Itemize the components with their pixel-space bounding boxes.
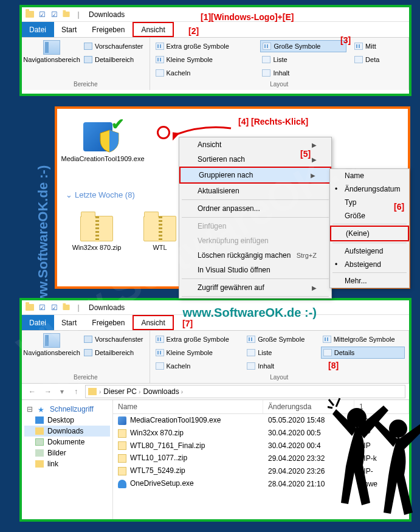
tab-file[interactable]: Datei: [22, 22, 54, 37]
ctx-sort[interactable]: Sortieren nach▶: [179, 152, 331, 167]
layout-icon: [156, 43, 164, 50]
tab-start[interactable]: Start: [54, 315, 84, 330]
chevron-right-icon: ›: [99, 389, 101, 395]
history-dropdown[interactable]: ▾: [57, 385, 67, 398]
tree-collapse-icon[interactable]: ⊟: [27, 405, 33, 413]
file-zip[interactable]: Win32xx 870.zip: [69, 210, 124, 251]
checkbox-icon[interactable]: ☑: [49, 302, 60, 313]
separator: [332, 272, 407, 273]
sub-desc[interactable]: Absteigend: [330, 258, 409, 271]
sub-date[interactable]: Änderungsdatum: [330, 182, 409, 196]
sub-size[interactable]: Größe: [330, 209, 409, 223]
layout-extra-large[interactable]: Extra große Symbole: [154, 40, 255, 52]
annotation-circle: [157, 126, 170, 139]
file-name: Win32xx 870.zip: [130, 429, 184, 437]
tab-view[interactable]: Ansicht: [133, 22, 173, 37]
ribbon: Navigationsbereich Vorschaufenster Detai…: [22, 331, 409, 383]
sub-asc[interactable]: Aufsteigend: [330, 244, 409, 258]
folder-icon: [24, 302, 35, 313]
layout-icon: [247, 362, 255, 370]
ctx-access[interactable]: Zugriff gewähren auf▶: [179, 280, 331, 295]
layout-content[interactable]: Inhalt: [260, 67, 346, 79]
tab-share[interactable]: Freigeben: [84, 22, 133, 37]
ribbon-group-layout: Extra große Symbole Große Symbole Mittel…: [150, 331, 410, 383]
ctx-visual-studio[interactable]: In Visual Studio öffnen: [179, 263, 331, 277]
navigation-pane-label: Navigationsbereich: [23, 56, 80, 63]
navigation-pane-icon: [43, 40, 60, 55]
separator: [182, 199, 329, 200]
checkbox-icon[interactable]: ☑: [36, 9, 47, 20]
ribbon: Navigationsbereich Vorschaufenster Detai…: [22, 38, 409, 90]
back-button[interactable]: ←: [26, 385, 39, 398]
sidebar-pictures[interactable]: Bilder: [24, 447, 110, 458]
sub-type[interactable]: Typ: [330, 196, 409, 209]
sidebar-link[interactable]: link: [24, 458, 110, 469]
detail-pane-button[interactable]: Detailbereich: [81, 347, 146, 359]
folder-icon: [35, 460, 44, 468]
detail-pane-button[interactable]: Detailbereich: [81, 54, 146, 66]
breadcrumb-segment[interactable]: Dieser PC›: [103, 387, 140, 396]
group-label-panes: Bereiche: [26, 374, 146, 381]
layout-medium[interactable]: Mittelgroße Symbole: [321, 333, 405, 345]
tab-view[interactable]: Ansicht: [133, 315, 173, 330]
sub-name[interactable]: Name: [330, 169, 409, 182]
panel-context-menu: ✔ MediaCreationTool1909.exe ⌄Letzte Woch…: [55, 106, 410, 289]
layout-content[interactable]: Inhalt: [245, 360, 314, 372]
tab-share[interactable]: Freigeben: [84, 315, 133, 330]
panel-top-explorer: ☑ ☑ | Downloads Datei Start Freigeben An…: [19, 5, 411, 96]
tab-file[interactable]: Datei: [22, 315, 54, 330]
layout-large[interactable]: Große Symbole: [260, 40, 346, 52]
layout-icon: [354, 56, 363, 63]
sub-more[interactable]: Mehr...: [330, 274, 409, 288]
checkbox-icon[interactable]: ☑: [49, 9, 60, 20]
folder-small-icon: [61, 9, 72, 20]
zip-icon: [118, 429, 126, 438]
tab-start[interactable]: Start: [54, 22, 84, 37]
file-row: Win32xx 870.zip WTL: [69, 210, 187, 251]
layout-details[interactable]: Details: [321, 347, 405, 359]
group-label-panes: Bereiche: [26, 81, 146, 88]
sidebar-downloads[interactable]: Downloads: [24, 426, 110, 437]
up-button[interactable]: ↑: [69, 385, 83, 398]
ctx-view[interactable]: Ansicht▶: [179, 137, 331, 152]
sidebar-desktop[interactable]: Desktop: [24, 415, 110, 426]
sidebar-documents[interactable]: Dokumente: [24, 437, 110, 447]
separator: [332, 243, 407, 243]
navigation-pane-button[interactable]: Navigationsbereich: [26, 40, 78, 66]
sidebar-quick-access[interactable]: ⊟★Schnellzugriff: [24, 404, 110, 415]
layout-list[interactable]: Liste: [245, 347, 314, 359]
chevron-right-icon: ▶: [312, 285, 317, 291]
chevron-down-icon: ⌄: [66, 190, 72, 199]
breadcrumb-segment[interactable]: Downloads›: [143, 387, 183, 396]
ctx-group-by[interactable]: Gruppieren nach▶: [179, 167, 331, 184]
document-icon: [35, 438, 44, 446]
ctx-refresh[interactable]: Aktualisieren: [179, 184, 331, 198]
checkbox-icon[interactable]: ☑: [36, 302, 47, 313]
layout-small[interactable]: Kleine Symbole: [154, 347, 239, 359]
forward-button[interactable]: →: [41, 385, 55, 398]
preview-pane-button[interactable]: Vorschaufenster: [81, 40, 146, 52]
file-large[interactable]: ✔ MediaCreationTool1909.exe: [69, 119, 136, 162]
layout-details[interactable]: Deta: [353, 54, 405, 66]
layout-icon: [247, 336, 255, 343]
layout-small[interactable]: Kleine Symbole: [154, 54, 255, 66]
layout-large[interactable]: Große Symbole: [245, 333, 314, 345]
separator: [182, 217, 329, 218]
ctx-customize[interactable]: Ordner anpassen...: [179, 201, 331, 216]
group-header[interactable]: ⌄Letzte Woche (8): [66, 190, 135, 199]
navigation-pane-button[interactable]: Navigationsbereich: [26, 333, 78, 359]
preview-pane-button[interactable]: Vorschaufenster: [81, 333, 146, 345]
ctx-paste-link: Verknüpfung einfügen: [179, 233, 331, 248]
layout-tiles[interactable]: Kacheln: [154, 360, 239, 372]
ribbon-group-panes: Navigationsbereich Vorschaufenster Detai…: [22, 38, 150, 90]
layout-medium[interactable]: Mitt: [353, 40, 405, 52]
sub-none[interactable]: (Keine): [330, 226, 409, 241]
layout-list[interactable]: Liste: [260, 54, 346, 66]
layout-extra-large[interactable]: Extra große Symbole: [154, 333, 239, 345]
ctx-undo[interactable]: Löschen rückgängig machenStrg+Z: [179, 248, 331, 263]
sidebar: ⊟★Schnellzugriff Desktop Downloads Dokum…: [22, 400, 113, 519]
layout-tiles[interactable]: Kacheln: [154, 67, 255, 79]
cloud-icon: [118, 480, 126, 488]
col-name[interactable]: Name: [113, 400, 263, 413]
file-name: WTL75_5249.zip: [130, 466, 185, 475]
